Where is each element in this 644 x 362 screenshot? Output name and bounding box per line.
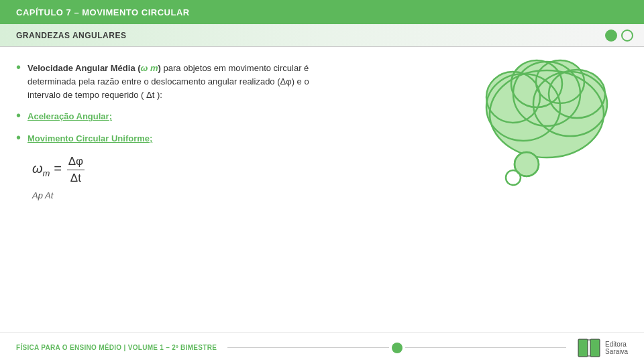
bullet-item-3: • Movimento Circular Uniforme; [16, 132, 628, 145]
bullet-text-3: Movimento Circular Uniforme; [28, 132, 152, 145]
aceleracao-label: Aceleração Angular; [28, 111, 112, 121]
footer-logo: Editora Saraiva [577, 338, 628, 358]
ap-at-label: Ap At [32, 190, 628, 200]
bullet-dot-3: • [16, 131, 21, 144]
header-circle-1 [605, 29, 617, 42]
bullet-dot-1: • [16, 60, 21, 74]
footer-line-area [227, 343, 566, 353]
mcu-label: Movimento Circular Uniforme; [28, 133, 152, 143]
bullet-dot-2: • [16, 109, 21, 122]
section-title: GRANDEZAS ANGULARES [16, 31, 126, 40]
footer-circle [392, 343, 402, 353]
chapter-header: CAPÍTULO 7 – MOVIMENTO CIRCULAR [0, 0, 644, 24]
header-circle-2 [621, 29, 633, 42]
formula-container: ωm = Δφ Δt [32, 155, 628, 185]
footer-text: FÍSICA PARA O ENSINO MÉDIO | Volume 1 – … [16, 344, 217, 351]
ap-at-text: Ap At [32, 190, 53, 200]
logo-brand: Saraiva [605, 348, 628, 355]
logo-editora: Editora [605, 341, 628, 348]
formula-fraction: Δφ Δt [67, 155, 85, 185]
bullet-text-1: Velocidade Angular Média (ω m) para obje… [28, 62, 309, 102]
svg-rect-20 [590, 339, 600, 357]
logo-book-icon [577, 338, 601, 358]
bullet-item-2: • Aceleração Angular; [16, 110, 628, 123]
chapter-title: CAPÍTULO 7 – MOVIMENTO CIRCULAR [16, 7, 190, 17]
svg-rect-19 [578, 339, 588, 357]
formula-denominator: Δt [69, 170, 83, 185]
page: CAPÍTULO 7 – MOVIMENTO CIRCULAR GRANDEZA… [0, 0, 644, 362]
formula: ωm = Δφ Δt [32, 155, 85, 185]
footer: FÍSICA PARA O ENSINO MÉDIO | Volume 1 – … [0, 333, 644, 362]
formula-lhs: ωm = [32, 161, 62, 178]
footer-line-2 [405, 347, 566, 348]
header-decoration [605, 29, 633, 42]
main-content: • Velocidade Angular Média (ω m) para ob… [0, 47, 644, 207]
bullet-text-2: Aceleração Angular; [28, 110, 112, 123]
formula-numerator: Δφ [67, 155, 85, 170]
bullet-item-1: • Velocidade Angular Média (ω m) para ob… [16, 62, 628, 102]
footer-line [227, 347, 388, 348]
logo-text: Editora Saraiva [605, 341, 628, 355]
